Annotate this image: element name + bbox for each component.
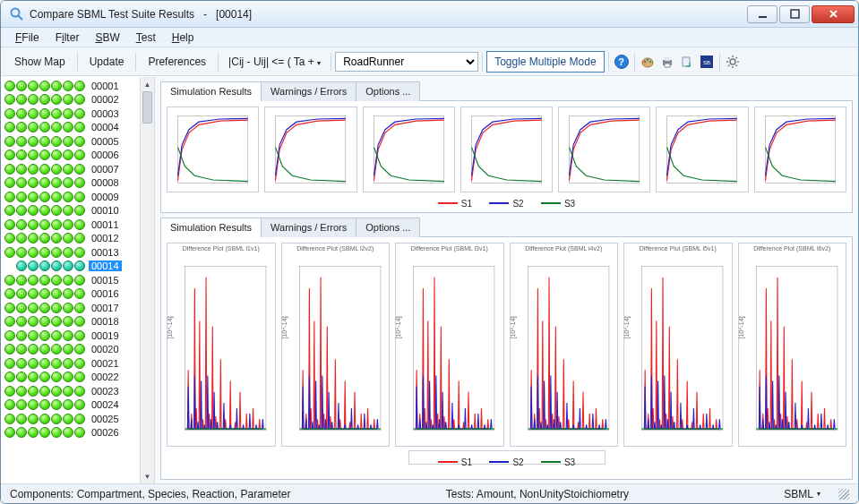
status-dot bbox=[28, 177, 39, 188]
test-row-00024[interactable]: 00024 bbox=[4, 398, 140, 413]
menu-test[interactable]: Test bbox=[131, 30, 161, 46]
difference-plot[interactable]: Difference Plot (SBML l2v2)[10^-14] bbox=[281, 243, 391, 447]
menu-filter[interactable]: Filter bbox=[50, 30, 85, 46]
test-row-00019[interactable]: 00019 bbox=[4, 329, 140, 343]
sim-result-thumb[interactable] bbox=[167, 107, 259, 192]
status-dot bbox=[74, 275, 85, 286]
test-row-00020[interactable]: 00020 bbox=[4, 343, 140, 357]
scroll-up-icon[interactable]: ▲ bbox=[141, 77, 154, 91]
difference-plot[interactable]: Difference Plot (SBML l3v1)[10^-14] bbox=[395, 243, 504, 447]
difference-plot[interactable]: Difference Plot (SBML l1v1)[10^-14] bbox=[167, 243, 276, 447]
tab-options-lower[interactable]: Options ... bbox=[356, 218, 420, 237]
test-row-00012[interactable]: 00012 bbox=[4, 232, 140, 246]
status-dot bbox=[39, 219, 50, 230]
status-dot bbox=[16, 386, 27, 397]
sim-result-thumb[interactable] bbox=[656, 107, 748, 192]
test-row-00018[interactable]: 00018 bbox=[4, 315, 140, 329]
status-dot bbox=[51, 81, 62, 91]
test-row-00009[interactable]: 00009 bbox=[4, 190, 140, 204]
test-row-00013[interactable]: 00013 bbox=[4, 245, 140, 260]
palette-icon[interactable] bbox=[639, 53, 657, 71]
test-map-list[interactable]: 0000100002000030000400005000060000700008… bbox=[1, 77, 140, 483]
status-dot bbox=[16, 372, 27, 382]
test-row-00016[interactable]: 00016 bbox=[4, 287, 140, 302]
test-row-00003[interactable]: 00003 bbox=[4, 107, 140, 121]
svg-point-7 bbox=[649, 60, 650, 62]
test-row-00026[interactable]: 00026 bbox=[4, 426, 140, 440]
simulator-select[interactable]: RoadRunner bbox=[335, 52, 478, 72]
minimize-button[interactable] bbox=[747, 5, 777, 23]
maximize-button[interactable] bbox=[779, 5, 810, 23]
export-icon[interactable] bbox=[678, 53, 696, 71]
sidebar-scrollbar[interactable]: ▲ ▼ bbox=[140, 77, 154, 483]
sim-result-thumb[interactable] bbox=[754, 107, 846, 192]
test-row-00023[interactable]: 00023 bbox=[4, 384, 140, 398]
difference-plot[interactable]: Difference Plot (SBML l6v2)[10^-14] bbox=[738, 243, 847, 447]
update-button[interactable]: Update bbox=[82, 52, 133, 72]
scroll-down-icon[interactable]: ▼ bbox=[141, 469, 154, 483]
svg-rect-29 bbox=[765, 116, 835, 183]
status-dot bbox=[51, 136, 62, 147]
status-dot bbox=[74, 358, 85, 369]
menu-file[interactable]: FFileFile bbox=[10, 30, 45, 46]
test-row-00022[interactable]: 00022 bbox=[4, 371, 140, 385]
printer-icon[interactable] bbox=[658, 53, 676, 71]
status-dot bbox=[39, 177, 50, 188]
scroll-thumb[interactable] bbox=[142, 91, 152, 124]
menu-sbw[interactable]: SBW bbox=[90, 30, 125, 46]
lower-tabs: Simulation Results Warnings / Errors Opt… bbox=[160, 217, 853, 237]
tolerance-formula-button[interactable]: |Cij - Uij| <= ( Ta + ▾ bbox=[222, 52, 327, 72]
status-dot bbox=[28, 275, 39, 286]
status-dot bbox=[39, 427, 50, 438]
status-dot bbox=[74, 192, 85, 202]
tab-sim-results-lower[interactable]: Simulation Results bbox=[160, 218, 262, 237]
difference-plot[interactable]: Difference Plot (SBML l4v2)[10^-14] bbox=[510, 243, 619, 447]
status-dot bbox=[4, 427, 15, 438]
gear-icon[interactable] bbox=[724, 53, 742, 71]
menu-help[interactable]: Help bbox=[167, 30, 200, 46]
sim-result-thumb[interactable] bbox=[558, 107, 650, 192]
status-dot bbox=[74, 386, 85, 397]
toggle-multiple-mode-button[interactable]: Toggle Multiple Mode bbox=[486, 51, 604, 73]
svg-point-0 bbox=[12, 8, 20, 16]
tab-warnings-lower[interactable]: Warnings / Errors bbox=[261, 218, 356, 237]
test-row-00006[interactable]: 00006 bbox=[4, 149, 140, 163]
test-row-00015[interactable]: 00015 bbox=[4, 273, 140, 287]
test-row-00014[interactable]: 00014 bbox=[4, 260, 140, 274]
status-level-combo[interactable]: SBML ▾ bbox=[784, 488, 820, 500]
status-dot bbox=[28, 399, 39, 410]
status-dot bbox=[39, 205, 50, 216]
test-row-00025[interactable]: 00025 bbox=[4, 412, 140, 426]
status-tests: Tests: Amount, NonUnityStoichiometry bbox=[446, 488, 629, 500]
test-row-00021[interactable]: 00021 bbox=[4, 356, 140, 371]
test-row-00017[interactable]: 00017 bbox=[4, 301, 140, 315]
difference-plot[interactable]: Difference Plot (SBML l5v1)[10^-14] bbox=[623, 243, 733, 447]
test-row-00010[interactable]: 00010 bbox=[4, 204, 140, 218]
help-icon[interactable]: ? bbox=[613, 53, 631, 71]
test-row-00011[interactable]: 00011 bbox=[4, 218, 140, 232]
status-dot bbox=[16, 358, 27, 369]
tab-warnings-upper[interactable]: Warnings / Errors bbox=[261, 81, 356, 101]
tab-sim-results-upper[interactable]: Simulation Results bbox=[160, 81, 262, 101]
resize-grip-icon[interactable] bbox=[838, 489, 849, 500]
tab-options-upper[interactable]: Options ... bbox=[356, 81, 420, 101]
preferences-button[interactable]: Preferences bbox=[140, 52, 214, 72]
titlebar[interactable]: Compare SBML Test Suite Results - [00014… bbox=[1, 1, 858, 28]
status-dot bbox=[51, 399, 62, 410]
test-row-00005[interactable]: 00005 bbox=[4, 134, 140, 149]
sim-result-thumb[interactable] bbox=[460, 107, 553, 192]
status-dot bbox=[39, 399, 50, 410]
close-button[interactable] bbox=[812, 5, 855, 23]
sbml-icon[interactable]: SB bbox=[698, 53, 716, 71]
status-dot bbox=[39, 149, 50, 160]
test-row-00008[interactable]: 00008 bbox=[4, 176, 140, 191]
show-map-button[interactable]: Show Map bbox=[6, 52, 73, 72]
sim-result-thumb[interactable] bbox=[363, 107, 455, 192]
test-row-00002[interactable]: 00002 bbox=[4, 93, 140, 107]
test-row-00001[interactable]: 00001 bbox=[4, 79, 140, 93]
status-dot bbox=[51, 303, 62, 313]
test-row-00004[interactable]: 00004 bbox=[4, 121, 140, 135]
sim-result-thumb[interactable] bbox=[264, 107, 356, 192]
status-dot bbox=[63, 275, 73, 286]
test-row-00007[interactable]: 00007 bbox=[4, 162, 140, 176]
